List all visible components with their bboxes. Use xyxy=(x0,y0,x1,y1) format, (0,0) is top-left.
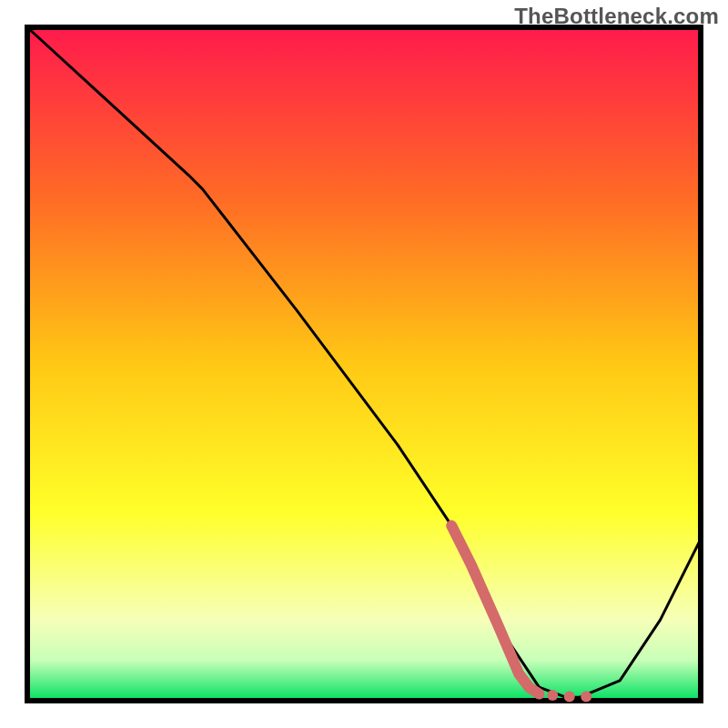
highlight-dot xyxy=(547,690,558,701)
watermark-text: TheBottleneck.com xyxy=(514,4,719,29)
highlight-dot xyxy=(564,692,575,703)
chart-container: TheBottleneck.com xyxy=(0,0,728,728)
highlight-dots xyxy=(547,690,592,703)
plot-background xyxy=(27,27,701,701)
chart-svg xyxy=(0,0,728,728)
highlight-dot xyxy=(581,692,592,703)
